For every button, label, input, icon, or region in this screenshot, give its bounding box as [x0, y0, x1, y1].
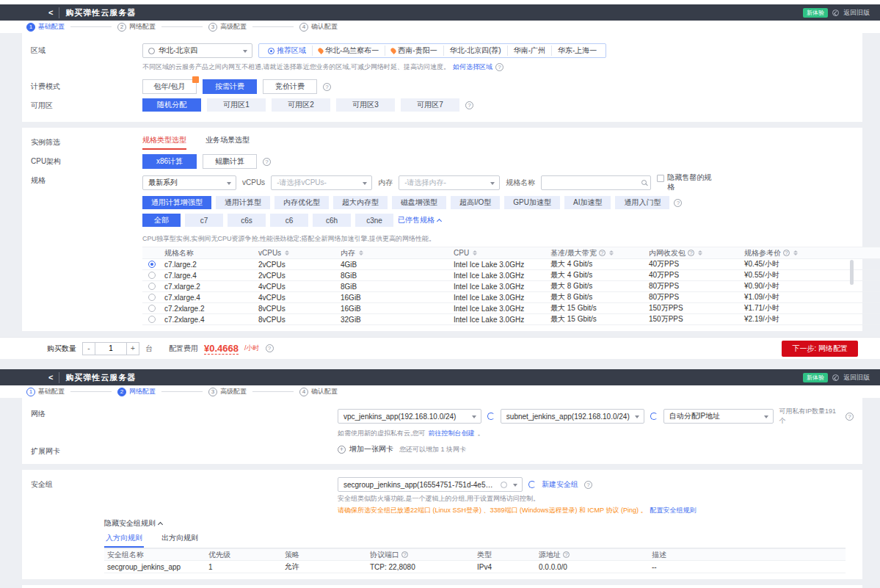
category-gpu[interactable]: GPU加速型: [504, 196, 560, 209]
sort-icon[interactable]: [793, 250, 798, 255]
add-nic-button[interactable]: 增加一张网卡: [338, 444, 393, 454]
configure-rules-link[interactable]: 配置安全组规则: [650, 506, 696, 515]
sort-icon[interactable]: [473, 250, 477, 255]
help-icon[interactable]: [846, 413, 854, 421]
category-large-memory[interactable]: 超大内存型: [333, 196, 388, 209]
sort-icon[interactable]: [359, 250, 363, 255]
refresh-icon[interactable]: [487, 413, 495, 420]
sort-icon[interactable]: [609, 250, 614, 255]
stopped-specs-toggle[interactable]: 已停售规格: [398, 215, 441, 225]
refresh-icon[interactable]: [528, 481, 536, 488]
series-c7[interactable]: c7: [185, 214, 223, 227]
help-icon[interactable]: [563, 551, 570, 558]
refresh-icon[interactable]: [650, 413, 658, 420]
flavor-row[interactable]: c7.xlarge.4 4vCPUs 16GiB Intel Ice Lake …: [142, 292, 880, 303]
region-option[interactable]: 华北-北京四(荐): [444, 46, 508, 56]
recommended-region-button[interactable]: 推荐区域: [262, 46, 313, 56]
hide-rules-toggle[interactable]: 隐藏安全组规则: [104, 518, 162, 529]
ip-mode-select[interactable]: 自动分配IP地址: [663, 409, 774, 424]
tab-business-scene[interactable]: 业务场景选型: [206, 135, 250, 150]
back-icon[interactable]: <: [48, 373, 53, 382]
az-option-3[interactable]: 可用区3: [336, 98, 395, 112]
region-option[interactable]: 华东-上海一: [552, 46, 603, 56]
radio-icon[interactable]: [148, 305, 156, 312]
flavor-row[interactable]: c7.2xlarge.2 8vCPUs 16GiB Intel Ice Lake…: [142, 303, 880, 314]
arch-x86-button[interactable]: x86计算: [142, 154, 197, 169]
region-select[interactable]: 华北-北京四: [142, 43, 252, 58]
help-icon[interactable]: [263, 158, 271, 166]
region-option[interactable]: 华北-乌兰察布一: [313, 46, 385, 56]
sort-icon[interactable]: [698, 250, 702, 255]
category-ai[interactable]: AI加速型: [564, 196, 611, 209]
category-general-enhanced[interactable]: 通用计算增强型: [142, 196, 211, 209]
help-icon[interactable]: [495, 63, 503, 71]
series-c6[interactable]: c6: [270, 214, 308, 227]
help-icon[interactable]: [323, 83, 331, 91]
security-group-select[interactable]: secgroup_jenkins_app(16554751-751d-4e50-…: [338, 477, 523, 492]
flavor-row[interactable]: c7.large.2 2vCPUs 4GiB Intel Ice Lake 3.…: [142, 259, 880, 270]
view-icon[interactable]: [501, 482, 507, 488]
radio-icon[interactable]: [148, 283, 156, 290]
category-entry[interactable]: 通用入门型: [615, 196, 669, 209]
help-icon[interactable]: [688, 250, 694, 256]
flavor-row[interactable]: c7.2xlarge.4 8vCPUs 32GiB Intel Ice Lake…: [142, 314, 880, 325]
az-option-random[interactable]: 随机分配: [142, 98, 201, 112]
region-option[interactable]: 西南-贵阳一: [385, 46, 443, 56]
series-c3ne[interactable]: c3ne: [355, 214, 393, 227]
create-security-group-link[interactable]: 新建安全组: [542, 479, 578, 490]
billing-option-spot[interactable]: 竞价计费: [263, 79, 317, 94]
help-icon[interactable]: [783, 250, 790, 256]
how-to-choose-region-link[interactable]: 如何选择区域: [453, 62, 492, 72]
hide-soldout-checkbox[interactable]: [657, 175, 664, 182]
tab-inbound-rules[interactable]: 入方向规则: [104, 531, 144, 548]
series-c6h[interactable]: c6h: [313, 214, 351, 227]
sort-icon[interactable]: [285, 250, 289, 255]
az-option-2[interactable]: 可用区2: [272, 98, 330, 112]
step-basic[interactable]: 1基础配置: [26, 387, 65, 396]
az-option-7[interactable]: 可用区7: [401, 98, 459, 112]
billing-option-ondemand[interactable]: 按需计费: [203, 79, 257, 94]
category-memory[interactable]: 内存优化型: [274, 196, 329, 209]
step-advanced[interactable]: 3高级配置: [208, 387, 247, 396]
az-option-1[interactable]: 可用区1: [207, 98, 266, 112]
series-all[interactable]: 全部: [142, 214, 181, 227]
goto-console-link[interactable]: 前往控制台创建: [429, 429, 475, 438]
next-step-button[interactable]: 下一步: 网络配置: [782, 341, 858, 357]
help-icon[interactable]: [266, 344, 274, 352]
step-network[interactable]: 2网络配置: [117, 387, 156, 396]
tab-outbound-rules[interactable]: 出方向规则: [160, 531, 200, 548]
radio-icon[interactable]: [148, 272, 156, 279]
subnet-select[interactable]: subnet_jenkins_app(192.168.10.0/24): [501, 409, 644, 424]
help-icon[interactable]: [674, 199, 682, 207]
radio-icon[interactable]: [148, 294, 156, 301]
step-network[interactable]: 2网络配置: [117, 22, 156, 32]
tab-spec-type[interactable]: 规格类型选型: [142, 135, 186, 150]
arch-kunpeng-button[interactable]: 鲲鹏计算: [203, 154, 257, 169]
region-option[interactable]: 华南-广州: [508, 46, 552, 56]
return-old-link[interactable]: 返回旧版: [843, 373, 870, 382]
help-icon[interactable]: [465, 101, 473, 109]
step-confirm[interactable]: 4确认配置: [299, 387, 338, 396]
radio-icon[interactable]: [148, 316, 156, 323]
flavor-row[interactable]: c7.xlarge.2 4vCPUs 8GiB Intel Ice Lake 3…: [142, 281, 880, 292]
step-confirm[interactable]: 4确认配置: [299, 22, 338, 32]
category-disk[interactable]: 磁盘增强型: [392, 196, 446, 209]
help-icon[interactable]: [584, 481, 592, 489]
series-c6s[interactable]: c6s: [228, 214, 266, 227]
flavor-row[interactable]: c7.large.4 2vCPUs 8GiB Intel Ice Lake 3.…: [142, 270, 880, 281]
table-scrollbar[interactable]: [850, 260, 854, 285]
quantity-plus-button[interactable]: +: [126, 342, 139, 355]
spec-name-input[interactable]: [541, 175, 651, 190]
help-icon[interactable]: [599, 250, 606, 256]
quantity-input[interactable]: [95, 342, 126, 355]
step-basic[interactable]: 1基础配置: [26, 22, 65, 32]
back-icon[interactable]: <: [48, 8, 53, 17]
help-icon[interactable]: [401, 551, 408, 558]
quantity-minus-button[interactable]: -: [82, 342, 95, 355]
memory-select[interactable]: -请选择内存-: [399, 175, 500, 190]
vcpus-select[interactable]: -请选择vCPUs-: [271, 175, 372, 190]
series-select[interactable]: 最新系列: [142, 175, 236, 190]
category-general[interactable]: 通用计算型: [216, 196, 270, 209]
radio-selected-icon[interactable]: [148, 261, 156, 268]
billing-option-yearly[interactable]: 包年/包月: [142, 79, 197, 94]
